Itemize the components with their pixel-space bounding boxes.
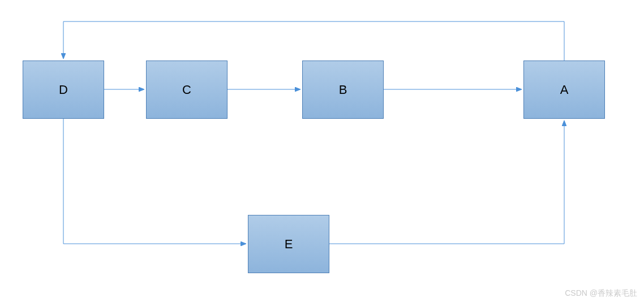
edge-d-to-e bbox=[63, 119, 246, 244]
edge-a-to-d bbox=[63, 21, 564, 61]
node-e-label: E bbox=[285, 237, 293, 252]
node-a: A bbox=[523, 61, 605, 119]
node-c-label: C bbox=[182, 83, 191, 97]
node-d-label: D bbox=[59, 83, 68, 97]
node-b-label: B bbox=[339, 83, 347, 97]
edge-e-to-a bbox=[329, 121, 564, 244]
watermark: CSDN @香辣素毛肚 bbox=[565, 288, 637, 299]
node-d: D bbox=[23, 61, 104, 119]
node-a-label: A bbox=[560, 83, 569, 97]
node-c: C bbox=[146, 61, 227, 119]
node-b: B bbox=[302, 61, 384, 119]
node-e: E bbox=[248, 215, 329, 273]
